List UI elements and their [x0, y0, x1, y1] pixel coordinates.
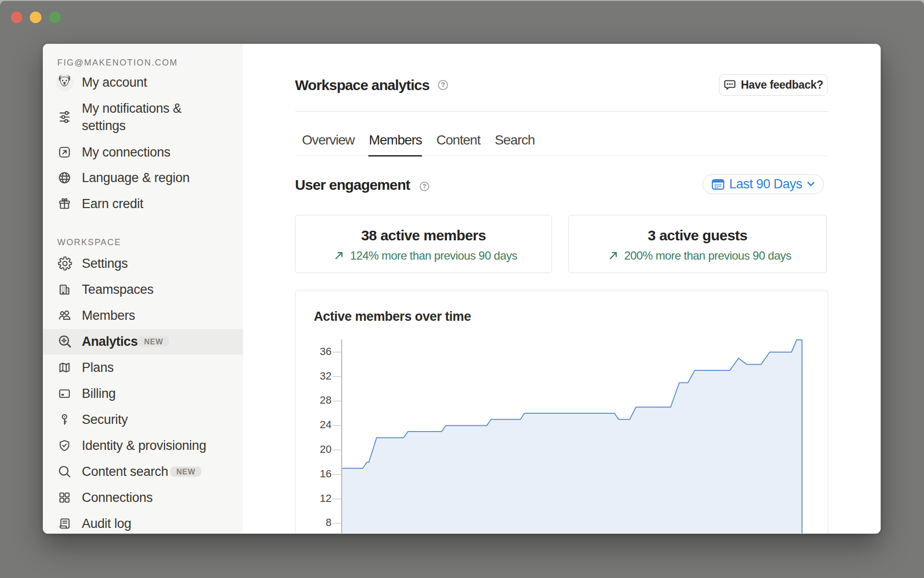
- svg-text:20: 20: [320, 443, 332, 455]
- svg-text:24: 24: [320, 419, 332, 431]
- svg-text:8: 8: [326, 516, 332, 528]
- svg-text:28: 28: [320, 394, 332, 406]
- svg-text:36: 36: [320, 345, 332, 357]
- svg-text:32: 32: [320, 370, 332, 382]
- svg-text:12: 12: [320, 492, 332, 504]
- svg-text:16: 16: [320, 468, 332, 480]
